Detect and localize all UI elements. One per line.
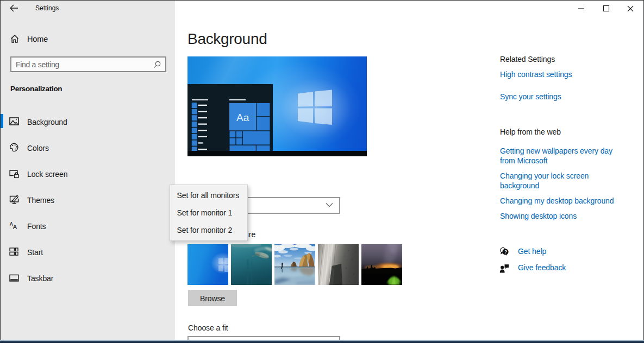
svg-text:?: ? bbox=[504, 249, 507, 255]
svg-text:A: A bbox=[13, 224, 17, 230]
